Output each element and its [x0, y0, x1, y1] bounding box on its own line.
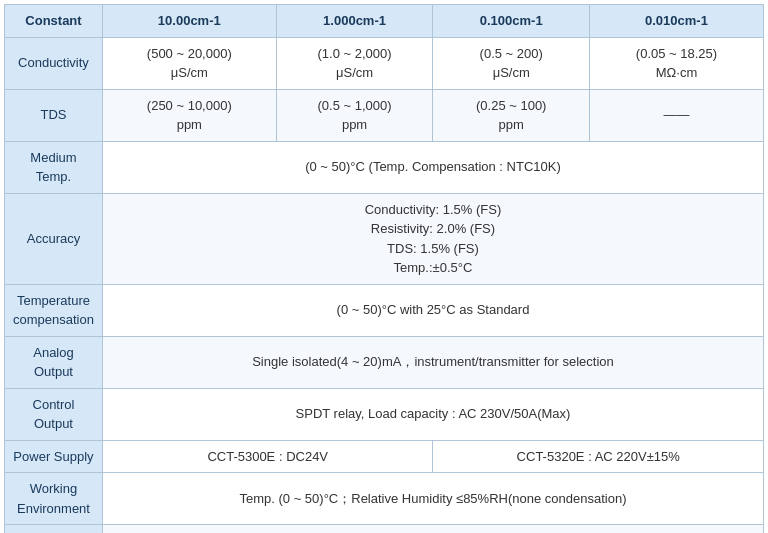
- analog-output-value: Single isolated(4 ~ 20)mA，instrument/tra…: [102, 336, 763, 388]
- conductivity-col2: (1.0 ~ 2,000) μS/cm: [276, 37, 433, 89]
- header-col2: 1.000cm-1: [276, 5, 433, 38]
- tds-col4: ——: [589, 89, 763, 141]
- temp-compensation-label: Temperature compensation: [5, 284, 103, 336]
- conductivity-col1: (500 ~ 20,000) μS/cm: [102, 37, 276, 89]
- temp-compensation-value: (0 ~ 50)°C with 25°C as Standard: [102, 284, 763, 336]
- working-env-value: Temp. (0 ~ 50)°C；Relative Humidity ≤85%R…: [102, 473, 763, 525]
- power-supply-left: CCT-5300E : DC24V: [102, 440, 433, 473]
- tds-col1: (250 ~ 10,000) ppm: [102, 89, 276, 141]
- conductivity-label: Conductivity: [5, 37, 103, 89]
- conductivity-col4: (0.05 ~ 18.25) MΩ·cm: [589, 37, 763, 89]
- accuracy-value: Conductivity: 1.5% (FS) Resistivity: 2.0…: [102, 193, 763, 284]
- control-output-label: Control Output: [5, 388, 103, 440]
- table-row: Working Environment Temp. (0 ~ 50)°C；Rel…: [5, 473, 764, 525]
- header-constant: Constant: [5, 5, 103, 38]
- tds-label: TDS: [5, 89, 103, 141]
- conductivity-col3: (0.5 ~ 200) μS/cm: [433, 37, 590, 89]
- storage-env-label: Storage Environment: [5, 525, 103, 534]
- table-row: Temperature compensation (0 ~ 50)°C with…: [5, 284, 764, 336]
- table-row: Power Supply CCT-5300E : DC24V CCT-5320E…: [5, 440, 764, 473]
- table-row: Conductivity (500 ~ 20,000) μS/cm (1.0 ~…: [5, 37, 764, 89]
- medium-temp-label: Medium Temp.: [5, 141, 103, 193]
- table-row: Medium Temp. (0 ~ 50)°C (Temp. Compensat…: [5, 141, 764, 193]
- control-output-value: SPDT relay, Load capacity : AC 230V/50A(…: [102, 388, 763, 440]
- header-col1: 10.00cm-1: [102, 5, 276, 38]
- analog-output-label: Analog Output: [5, 336, 103, 388]
- accuracy-label: Accuracy: [5, 193, 103, 284]
- tds-col3: (0.25 ~ 100) ppm: [433, 89, 590, 141]
- working-env-label: Working Environment: [5, 473, 103, 525]
- table-row: Storage Environment Temp.(-20 ~ 60)°C；Re…: [5, 525, 764, 534]
- table-row: Analog Output Single isolated(4 ~ 20)mA，…: [5, 336, 764, 388]
- header-col3: 0.100cm-1: [433, 5, 590, 38]
- tds-col2: (0.5 ~ 1,000) ppm: [276, 89, 433, 141]
- table-row: Control Output SPDT relay, Load capacity…: [5, 388, 764, 440]
- table-row: Accuracy Conductivity: 1.5% (FS) Resisti…: [5, 193, 764, 284]
- table-row: TDS (250 ~ 10,000) ppm (0.5 ~ 1,000) ppm…: [5, 89, 764, 141]
- power-supply-right: CCT-5320E : AC 220V±15%: [433, 440, 764, 473]
- storage-env-value: Temp.(-20 ~ 60)°C；Relative Humidity ≤85%…: [102, 525, 763, 534]
- power-supply-label: Power Supply: [5, 440, 103, 473]
- medium-temp-value: (0 ~ 50)°C (Temp. Compensation : NTC10K): [102, 141, 763, 193]
- header-col4: 0.010cm-1: [589, 5, 763, 38]
